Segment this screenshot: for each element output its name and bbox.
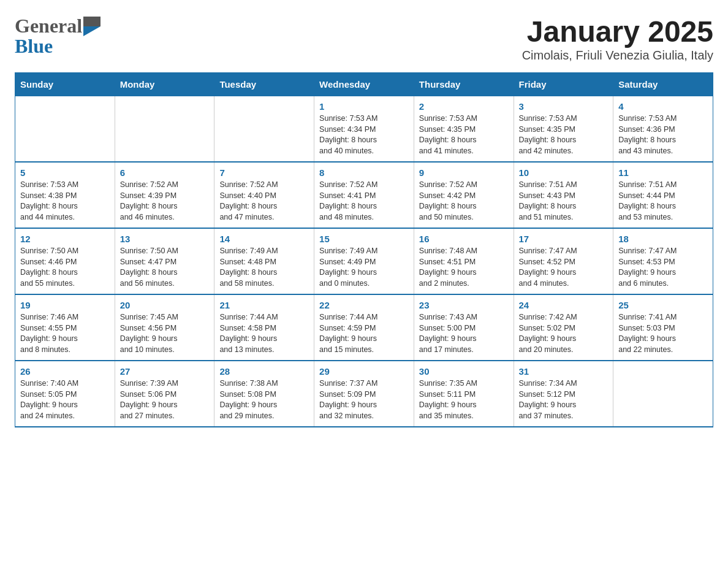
day-number: 2 <box>419 101 509 112</box>
calendar-cell <box>15 96 115 163</box>
col-header-saturday: Saturday <box>613 73 713 96</box>
day-info: Sunrise: 7:53 AM Sunset: 4:35 PM Dayligh… <box>419 113 509 156</box>
day-info: Sunrise: 7:53 AM Sunset: 4:36 PM Dayligh… <box>618 113 708 156</box>
day-number: 29 <box>319 366 409 377</box>
calendar-cell: 19Sunrise: 7:46 AM Sunset: 4:55 PM Dayli… <box>15 294 115 361</box>
day-info: Sunrise: 7:52 AM Sunset: 4:39 PM Dayligh… <box>120 180 210 223</box>
day-info: Sunrise: 7:50 AM Sunset: 4:47 PM Dayligh… <box>120 246 210 289</box>
day-number: 23 <box>419 300 509 310</box>
calendar-cell: 25Sunrise: 7:41 AM Sunset: 5:03 PM Dayli… <box>613 294 713 361</box>
day-info: Sunrise: 7:46 AM Sunset: 4:55 PM Dayligh… <box>20 312 110 355</box>
calendar-cell: 4Sunrise: 7:53 AM Sunset: 4:36 PM Daylig… <box>613 96 713 163</box>
calendar-cell: 18Sunrise: 7:47 AM Sunset: 4:53 PM Dayli… <box>613 228 713 294</box>
day-info: Sunrise: 7:44 AM Sunset: 4:59 PM Dayligh… <box>319 312 409 355</box>
calendar-cell: 22Sunrise: 7:44 AM Sunset: 4:59 PM Dayli… <box>314 294 414 361</box>
calendar-cell: 9Sunrise: 7:52 AM Sunset: 4:42 PM Daylig… <box>414 162 514 228</box>
day-number: 17 <box>519 234 609 244</box>
calendar-cell: 27Sunrise: 7:39 AM Sunset: 5:06 PM Dayli… <box>115 361 214 427</box>
calendar-table: SundayMondayTuesdayWednesdayThursdayFrid… <box>15 72 713 427</box>
calendar-week-4: 19Sunrise: 7:46 AM Sunset: 4:55 PM Dayli… <box>15 294 713 361</box>
calendar-cell: 12Sunrise: 7:50 AM Sunset: 4:46 PM Dayli… <box>15 228 115 294</box>
day-info: Sunrise: 7:42 AM Sunset: 5:02 PM Dayligh… <box>519 312 609 355</box>
day-number: 9 <box>419 167 509 178</box>
day-info: Sunrise: 7:38 AM Sunset: 5:08 PM Dayligh… <box>219 378 309 421</box>
day-number: 7 <box>219 167 309 178</box>
day-number: 27 <box>120 366 210 377</box>
day-info: Sunrise: 7:51 AM Sunset: 4:43 PM Dayligh… <box>519 180 609 223</box>
day-info: Sunrise: 7:48 AM Sunset: 4:51 PM Dayligh… <box>419 246 509 289</box>
page-header: General Blue January 2025 Cimolais, Friu… <box>15 15 713 63</box>
day-info: Sunrise: 7:49 AM Sunset: 4:49 PM Dayligh… <box>319 246 409 289</box>
day-number: 1 <box>319 101 409 112</box>
calendar-cell: 28Sunrise: 7:38 AM Sunset: 5:08 PM Dayli… <box>214 361 314 427</box>
day-number: 13 <box>120 234 210 244</box>
calendar-title: January 2025 <box>522 15 713 48</box>
calendar-cell: 6Sunrise: 7:52 AM Sunset: 4:39 PM Daylig… <box>115 162 214 228</box>
svg-marker-1 <box>83 26 100 36</box>
calendar-cell: 1Sunrise: 7:53 AM Sunset: 4:34 PM Daylig… <box>314 96 414 163</box>
day-info: Sunrise: 7:41 AM Sunset: 5:03 PM Dayligh… <box>618 312 708 355</box>
svg-marker-0 <box>83 17 100 26</box>
logo-flag-icon <box>83 17 100 36</box>
day-number: 24 <box>519 300 609 310</box>
day-info: Sunrise: 7:52 AM Sunset: 4:40 PM Dayligh… <box>219 180 309 223</box>
day-number: 31 <box>519 366 609 377</box>
calendar-week-5: 26Sunrise: 7:40 AM Sunset: 5:05 PM Dayli… <box>15 361 713 427</box>
logo-blue-text: Blue <box>15 35 53 57</box>
day-info: Sunrise: 7:53 AM Sunset: 4:38 PM Dayligh… <box>20 180 110 223</box>
calendar-cell: 13Sunrise: 7:50 AM Sunset: 4:47 PM Dayli… <box>115 228 214 294</box>
day-number: 21 <box>219 300 309 310</box>
calendar-cell <box>214 96 314 163</box>
day-number: 5 <box>20 167 110 178</box>
calendar-cell: 31Sunrise: 7:34 AM Sunset: 5:12 PM Dayli… <box>514 361 613 427</box>
logo: General Blue <box>15 15 100 58</box>
logo-general-text: General <box>15 15 82 37</box>
day-info: Sunrise: 7:53 AM Sunset: 4:34 PM Dayligh… <box>319 113 409 156</box>
calendar-cell: 14Sunrise: 7:49 AM Sunset: 4:48 PM Dayli… <box>214 228 314 294</box>
calendar-cell: 3Sunrise: 7:53 AM Sunset: 4:35 PM Daylig… <box>514 96 613 163</box>
day-info: Sunrise: 7:47 AM Sunset: 4:53 PM Dayligh… <box>618 246 708 289</box>
day-number: 30 <box>419 366 509 377</box>
day-number: 4 <box>618 101 708 112</box>
calendar-header-row: SundayMondayTuesdayWednesdayThursdayFrid… <box>15 73 713 96</box>
day-number: 28 <box>219 366 309 377</box>
col-header-wednesday: Wednesday <box>314 73 414 96</box>
col-header-thursday: Thursday <box>414 73 514 96</box>
calendar-cell: 5Sunrise: 7:53 AM Sunset: 4:38 PM Daylig… <box>15 162 115 228</box>
day-number: 10 <box>519 167 609 178</box>
day-number: 6 <box>120 167 210 178</box>
day-info: Sunrise: 7:53 AM Sunset: 4:35 PM Dayligh… <box>519 113 609 156</box>
day-number: 14 <box>219 234 309 244</box>
calendar-cell: 29Sunrise: 7:37 AM Sunset: 5:09 PM Dayli… <box>314 361 414 427</box>
calendar-cell: 11Sunrise: 7:51 AM Sunset: 4:44 PM Dayli… <box>613 162 713 228</box>
calendar-cell: 7Sunrise: 7:52 AM Sunset: 4:40 PM Daylig… <box>214 162 314 228</box>
day-info: Sunrise: 7:34 AM Sunset: 5:12 PM Dayligh… <box>519 378 609 421</box>
day-number: 19 <box>20 300 110 310</box>
day-info: Sunrise: 7:39 AM Sunset: 5:06 PM Dayligh… <box>120 378 210 421</box>
col-header-tuesday: Tuesday <box>214 73 314 96</box>
day-info: Sunrise: 7:44 AM Sunset: 4:58 PM Dayligh… <box>219 312 309 355</box>
calendar-cell: 21Sunrise: 7:44 AM Sunset: 4:58 PM Dayli… <box>214 294 314 361</box>
calendar-cell <box>613 361 713 427</box>
calendar-week-3: 12Sunrise: 7:50 AM Sunset: 4:46 PM Dayli… <box>15 228 713 294</box>
day-number: 11 <box>618 167 708 178</box>
calendar-subtitle: Cimolais, Friuli Venezia Giulia, Italy <box>522 48 713 63</box>
day-info: Sunrise: 7:43 AM Sunset: 5:00 PM Dayligh… <box>419 312 509 355</box>
day-info: Sunrise: 7:35 AM Sunset: 5:11 PM Dayligh… <box>419 378 509 421</box>
day-number: 12 <box>20 234 110 244</box>
day-info: Sunrise: 7:40 AM Sunset: 5:05 PM Dayligh… <box>20 378 110 421</box>
day-info: Sunrise: 7:50 AM Sunset: 4:46 PM Dayligh… <box>20 246 110 289</box>
day-number: 25 <box>618 300 708 310</box>
calendar-cell: 17Sunrise: 7:47 AM Sunset: 4:52 PM Dayli… <box>514 228 613 294</box>
calendar-cell: 30Sunrise: 7:35 AM Sunset: 5:11 PM Dayli… <box>414 361 514 427</box>
day-number: 3 <box>519 101 609 112</box>
day-info: Sunrise: 7:52 AM Sunset: 4:42 PM Dayligh… <box>419 180 509 223</box>
day-info: Sunrise: 7:51 AM Sunset: 4:44 PM Dayligh… <box>618 180 708 223</box>
day-number: 20 <box>120 300 210 310</box>
calendar-cell: 8Sunrise: 7:52 AM Sunset: 4:41 PM Daylig… <box>314 162 414 228</box>
day-number: 22 <box>319 300 409 310</box>
day-number: 26 <box>20 366 110 377</box>
day-number: 16 <box>419 234 509 244</box>
day-number: 18 <box>618 234 708 244</box>
col-header-sunday: Sunday <box>15 73 115 96</box>
